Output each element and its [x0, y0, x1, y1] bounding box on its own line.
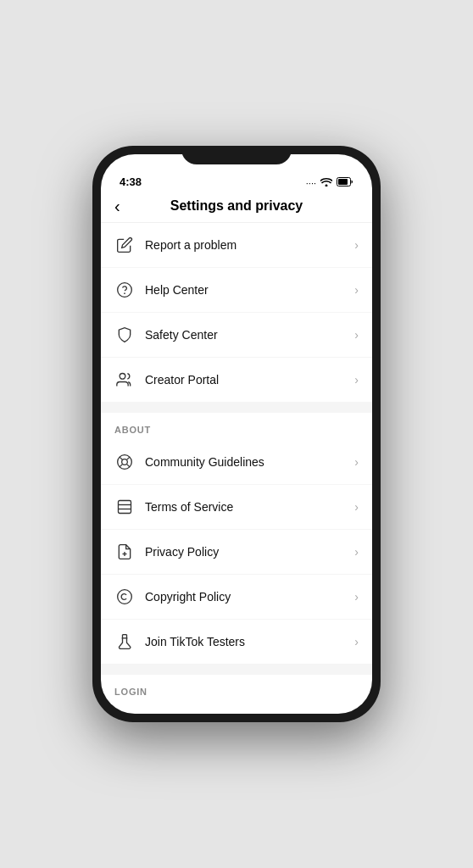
- menu-item-switch[interactable]: Switch account: [101, 702, 372, 714]
- chevron-icon: ›: [354, 373, 359, 387]
- svg-line-10: [120, 464, 123, 467]
- about-section-label: ABOUT: [101, 408, 372, 440]
- chevron-icon: ›: [354, 455, 359, 469]
- menu-item-creator[interactable]: Creator Portal ›: [101, 358, 372, 403]
- chevron-icon: ›: [354, 635, 359, 648]
- report-label: Report a problem: [145, 238, 354, 252]
- creator-icon: [114, 370, 135, 390]
- chevron-icon: ›: [354, 283, 359, 297]
- pencil-icon: [114, 235, 135, 255]
- status-time: 4:38: [120, 175, 142, 188]
- question-circle-icon: [114, 280, 135, 300]
- phone-screen: 4:38 ····: [101, 154, 372, 714]
- svg-line-8: [126, 464, 130, 467]
- svg-point-2: [118, 283, 132, 298]
- login-section-label: LOGIN: [101, 670, 372, 702]
- menu-item-copyright[interactable]: Copyright Policy ›: [101, 575, 372, 620]
- menu-item-privacy[interactable]: Privacy Policy ›: [101, 530, 372, 575]
- shield-icon: [114, 325, 135, 345]
- testers-label: Join TikTok Testers: [145, 635, 354, 648]
- chevron-icon: ›: [354, 590, 359, 604]
- svg-point-4: [120, 374, 125, 380]
- menu-item-testers[interactable]: Join TikTok Testers ›: [101, 620, 372, 665]
- copyright-icon: [114, 587, 135, 607]
- svg-point-6: [122, 459, 128, 465]
- status-icons: ····: [306, 177, 353, 188]
- wifi-icon: [320, 177, 332, 188]
- terms-label: Terms of Service: [145, 500, 354, 514]
- notch: [181, 146, 292, 164]
- community-label: Community Guidelines: [145, 455, 354, 469]
- copyright-label: Copyright Policy: [145, 590, 354, 604]
- chevron-icon: ›: [354, 545, 359, 559]
- book-icon: [114, 497, 135, 517]
- content-area: Report a problem › Help Center › Safety …: [101, 223, 372, 714]
- menu-item-community[interactable]: Community Guidelines ›: [101, 440, 372, 485]
- svg-line-7: [120, 457, 123, 460]
- page-title: Settings and privacy: [170, 198, 303, 214]
- back-button[interactable]: ‹: [114, 197, 120, 216]
- menu-item-report[interactable]: Report a problem ›: [101, 223, 372, 268]
- chevron-icon: ›: [354, 500, 359, 514]
- chevron-icon: ›: [354, 238, 359, 252]
- creator-label: Creator Portal: [145, 373, 354, 387]
- menu-item-terms[interactable]: Terms of Service ›: [101, 485, 372, 530]
- privacy-label: Privacy Policy: [145, 545, 354, 559]
- header: ‹ Settings and privacy: [101, 192, 372, 223]
- svg-rect-1: [338, 179, 348, 185]
- svg-line-9: [126, 457, 130, 460]
- flask-icon: [114, 632, 135, 652]
- dots-icon: ····: [306, 178, 316, 188]
- menu-item-safety[interactable]: Safety Center ›: [101, 313, 372, 358]
- community-icon: [114, 452, 135, 472]
- svg-rect-11: [119, 501, 131, 514]
- battery-icon: [337, 177, 353, 188]
- chevron-icon: ›: [354, 328, 359, 342]
- top-menu-section: Report a problem › Help Center › Safety …: [101, 223, 372, 403]
- svg-point-16: [118, 590, 132, 604]
- safety-label: Safety Center: [145, 328, 354, 342]
- document-icon: [114, 542, 135, 562]
- phone-frame: 4:38 ····: [92, 146, 381, 722]
- menu-item-help[interactable]: Help Center ›: [101, 268, 372, 313]
- help-label: Help Center: [145, 283, 354, 297]
